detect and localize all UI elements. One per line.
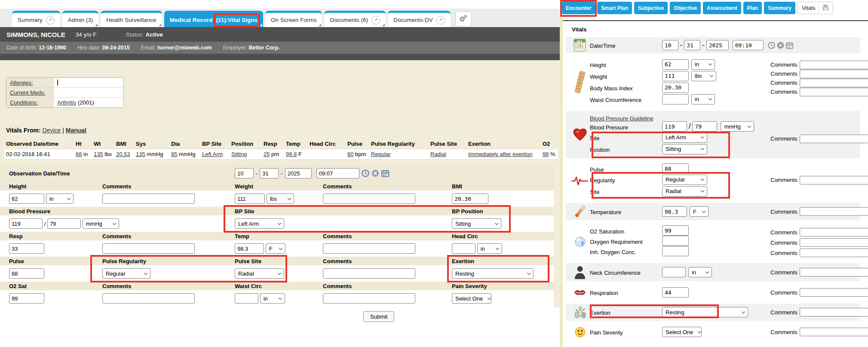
inh-oxygen-comments-input[interactable] [800, 249, 868, 257]
obs-time-input[interactable] [316, 168, 359, 178]
pulse-regularity-select[interactable]: Regular [102, 268, 150, 279]
tab-admin[interactable]: Admin (3) [62, 11, 99, 27]
respiration-input[interactable] [662, 287, 689, 298]
waist-unit-select[interactable]: in [691, 94, 715, 104]
waist-circ-unit-select[interactable]: in [260, 293, 285, 304]
bp-position-select[interactable]: Sitting [452, 218, 501, 229]
clock-icon[interactable] [362, 169, 369, 177]
tab-vitals[interactable]: Vitals [797, 2, 834, 14]
oxygen-requirement-input[interactable] [662, 236, 689, 246]
bp-site-select[interactable]: Left Arm [235, 218, 284, 229]
temperature-unit-select[interactable]: F [690, 206, 709, 217]
clear-icon[interactable] [371, 169, 379, 177]
obs-month-input[interactable] [235, 168, 254, 178]
oxygen-req-comments-input[interactable] [800, 238, 868, 247]
tab-assessment[interactable]: Assessment [703, 2, 741, 14]
datetime-month-input[interactable] [662, 40, 678, 50]
bp-position-select[interactable]: Sitting [662, 144, 707, 154]
waist-circ-input[interactable] [235, 293, 258, 304]
respiration-comments-input[interactable] [800, 288, 868, 297]
inh-oxygen-conc-input[interactable] [662, 246, 689, 256]
clear-icon[interactable] [777, 42, 784, 49]
pulse-site-select[interactable]: Radial [235, 268, 284, 279]
temperature-input[interactable] [662, 206, 687, 217]
pain-severity-select[interactable]: Select One [662, 327, 702, 337]
external-link-icon[interactable]: ↗ [46, 16, 55, 25]
bmi-input[interactable] [452, 193, 488, 204]
bp-diastolic-input[interactable] [692, 121, 717, 132]
waist-comments-input[interactable] [323, 293, 415, 304]
obs-year-input[interactable] [285, 168, 312, 178]
exertion-select[interactable]: Resting [662, 307, 748, 317]
resp-comments-input[interactable] [102, 243, 195, 254]
tab-smart-plan[interactable]: Smart Plan [597, 2, 632, 14]
resp-input[interactable] [9, 243, 44, 254]
conditions-link[interactable]: Conditions: [10, 99, 38, 106]
weight-comments-input[interactable] [800, 70, 868, 78]
bp-site-select[interactable]: Left Arm [662, 132, 707, 143]
pulse-regularity-select[interactable]: Regular [662, 175, 707, 185]
allergies-link[interactable]: Allergies: [10, 80, 33, 86]
pain-severity-select[interactable]: Select One [452, 293, 491, 304]
bp-guideline-link[interactable]: Blood Pressure Guideline [590, 115, 653, 122]
bp-comments-input[interactable] [800, 135, 868, 143]
height-unit-select[interactable]: in [691, 59, 715, 70]
datetime-day-input[interactable] [684, 40, 700, 50]
weight-input[interactable] [662, 71, 689, 81]
tab-documents[interactable]: Documents (6) ↗ [324, 11, 386, 27]
weight-comments-input[interactable] [323, 193, 415, 204]
neck-unit-select[interactable]: in [688, 267, 712, 277]
submit-button[interactable]: Submit [363, 311, 394, 322]
temp-comments-input[interactable] [323, 243, 415, 254]
vitals-from-manual-link[interactable]: Manual [66, 127, 86, 134]
height-unit-select[interactable]: in [46, 193, 74, 204]
weight-unit-select[interactable]: lbs [267, 193, 294, 204]
waist-comments-input[interactable] [800, 88, 868, 96]
neck-comments-input[interactable] [800, 268, 868, 276]
external-link-icon[interactable]: ↗ [436, 16, 445, 25]
o2-sat-input[interactable] [9, 293, 44, 304]
pulse-comments-input[interactable] [800, 176, 868, 184]
calendar-icon[interactable] [786, 42, 793, 49]
temp-unit-select[interactable]: F [266, 243, 285, 254]
waist-input[interactable] [662, 94, 689, 104]
o2-saturation-input[interactable] [662, 225, 689, 236]
tab-plan[interactable]: Plan [743, 2, 762, 14]
save-icon[interactable] [822, 4, 829, 12]
bp-systolic-input[interactable] [662, 121, 687, 132]
o2-comments-input[interactable] [102, 293, 195, 304]
temp-input[interactable] [235, 243, 264, 254]
bp-diastolic-input[interactable] [47, 218, 81, 229]
pulse-comments-input[interactable] [323, 268, 415, 279]
tab-health-surveillance[interactable]: Health Surveillance [101, 11, 162, 27]
tab-settings-button[interactable]: ⚙ ⚙ [455, 11, 472, 27]
pulse-site-select[interactable]: Radial [662, 186, 707, 197]
weight-input[interactable] [235, 193, 265, 204]
bp-unit-select[interactable]: mmHg [83, 218, 119, 229]
head-circ-input[interactable] [452, 243, 475, 254]
external-link-icon[interactable]: ↗ [371, 16, 380, 25]
tab-objective[interactable]: Objective [670, 2, 701, 14]
bp-systolic-input[interactable] [9, 218, 43, 229]
clock-icon[interactable] [768, 42, 775, 49]
tab-on-screen-forms[interactable]: On Screen Forms [265, 11, 322, 27]
exertion-comments-input[interactable] [800, 308, 868, 316]
datetime-time-input[interactable] [733, 40, 764, 50]
pulse-input[interactable] [9, 268, 44, 279]
temperature-comments-input[interactable] [800, 207, 868, 216]
height-comments-input[interactable] [800, 61, 868, 69]
tab-documents-dv[interactable]: Documents-DV ↗ [388, 11, 451, 27]
height-input[interactable] [9, 193, 44, 204]
height-comments-input[interactable] [102, 193, 195, 204]
tab-encounter[interactable]: Encounter [562, 2, 595, 14]
height-input[interactable] [662, 59, 689, 70]
pulse-input[interactable] [662, 163, 689, 174]
o2-sat-comments-input[interactable] [800, 228, 868, 236]
bmi-input[interactable] [662, 83, 689, 93]
datetime-year-input[interactable] [706, 40, 729, 50]
condition-arthritis-link[interactable]: Arthritis [57, 99, 76, 106]
vitals-from-device-link[interactable]: Device [43, 127, 61, 134]
tab-summary-right[interactable]: Summary [764, 2, 795, 14]
tab-medical-record-vital-signs[interactable]: Medical Record (11):Vital Signs [164, 11, 263, 27]
exertion-select[interactable]: Resting [452, 268, 534, 279]
